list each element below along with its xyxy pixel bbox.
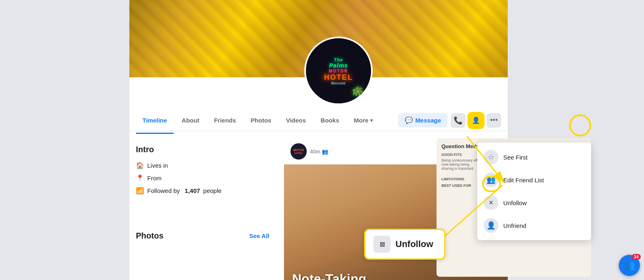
neon-palms-text: Palms <box>324 62 353 69</box>
people-icon: 👥 <box>624 260 635 271</box>
intro-title: Intro <box>136 145 269 154</box>
see-all-link[interactable]: See All <box>249 232 269 239</box>
photos-section: Photos See All <box>129 225 276 247</box>
unfollow-callout-box: ⊠ Unfollow <box>364 229 445 260</box>
nav-friends[interactable]: Friends <box>207 112 242 129</box>
location-icon: 📍 <box>136 174 144 182</box>
more-options-button[interactable]: ••• <box>487 113 501 128</box>
navigation-bar: Timeline About Friends Photos Videos Boo… <box>129 110 508 131</box>
unfriend-label: Unfriend <box>503 222 526 229</box>
messenger-icon: 💬 <box>405 116 413 124</box>
unfollow-item[interactable]: ✕ Unfollow <box>477 191 591 214</box>
see-first-label: See First <box>503 154 528 161</box>
post-avatar[interactable]: MOTOR HOTEL <box>290 143 307 160</box>
callout-unfollow-label: Unfollow <box>395 239 433 249</box>
nav-photos[interactable]: Photos <box>244 112 278 129</box>
unfollow-label: Unfollow <box>503 199 527 206</box>
see-first-item[interactable]: ☆ See First <box>477 146 591 168</box>
friend-dropdown-menu: ☆ See First 👥 Edit Friend List ✕ Unfollo… <box>477 142 591 240</box>
followers-item: 📶 Followed by 1,407 people <box>136 184 269 197</box>
chat-badge[interactable]: 👥 34 <box>619 255 640 276</box>
photos-header: Photos See All <box>136 231 269 241</box>
neon-motor-text: MOTOR <box>324 69 353 73</box>
edit-friends-icon: 👥 <box>484 173 498 187</box>
nav-videos[interactable]: Videos <box>279 112 312 129</box>
chevron-down-icon: ▾ <box>370 118 373 123</box>
followers-suffix: people <box>203 187 222 194</box>
unfollow-icon: ✕ <box>484 195 498 210</box>
nav-more[interactable]: More ▾ <box>347 112 379 129</box>
post-avatar-inner: MOTOR HOTEL <box>293 149 304 154</box>
edit-friend-list-item[interactable]: 👥 Edit Friend List <box>477 168 591 191</box>
neon-welcome-text: Welcome <box>324 82 353 85</box>
star-icon: ☆ <box>484 150 498 164</box>
main-content: The Palms MOTOR HOTEL Welcome 🌴 Timeline… <box>0 0 644 280</box>
neon-sign: The Palms MOTOR HOTEL Welcome <box>324 57 353 85</box>
unfriend-icon: 👤 <box>484 218 498 233</box>
signal-icon: 📶 <box>136 187 144 195</box>
nav-actions: 💬 Message 📞 👤 ••• <box>398 113 501 128</box>
lives-in-label: Lives in <box>147 162 168 169</box>
palm-tree-icon: 🌴 <box>351 86 365 99</box>
callout-unfollow-icon: ⊠ <box>373 236 391 253</box>
nav-timeline[interactable]: Timeline <box>136 112 174 129</box>
friend-button[interactable]: 👤 <box>469 113 483 128</box>
profile-pic-inner: The Palms MOTOR HOTEL Welcome 🌴 <box>306 38 371 103</box>
followers-count: 1,407 <box>185 187 200 194</box>
phone-button[interactable]: 📞 <box>451 113 465 128</box>
message-button[interactable]: 💬 Message <box>398 113 448 127</box>
chat-count-badge: 34 <box>632 254 641 260</box>
neon-top-text: The <box>324 57 353 62</box>
from-label: From <box>147 175 162 182</box>
privacy-icon: 👥 <box>322 149 328 155</box>
phone-icon: 📞 <box>454 116 463 125</box>
x-box-icon: ⊠ <box>380 241 385 248</box>
note-taking-title: Note-Taking <box>292 271 367 280</box>
edit-friend-list-label: Edit Friend List <box>503 177 544 184</box>
followed-label: Followed by <box>147 187 180 194</box>
photos-title: Photos <box>136 231 164 241</box>
nav-books[interactable]: Books <box>314 112 346 129</box>
intro-section: Intro 🏠 Lives in 📍 From 📶 Followed by 1,… <box>129 138 276 203</box>
unfriend-item[interactable]: 👤 Unfriend <box>477 214 591 237</box>
profile-picture[interactable]: The Palms MOTOR HOTEL Welcome 🌴 <box>304 37 373 105</box>
from-item: 📍 From <box>136 172 269 184</box>
ellipsis-icon: ••• <box>490 116 498 125</box>
neon-hotel-text: HOTEL <box>324 73 353 82</box>
person-icon: 👤 <box>472 116 480 124</box>
home-icon: 🏠 <box>136 162 144 169</box>
nav-about[interactable]: About <box>175 112 206 129</box>
lives-in-item: 🏠 Lives in <box>136 159 269 172</box>
